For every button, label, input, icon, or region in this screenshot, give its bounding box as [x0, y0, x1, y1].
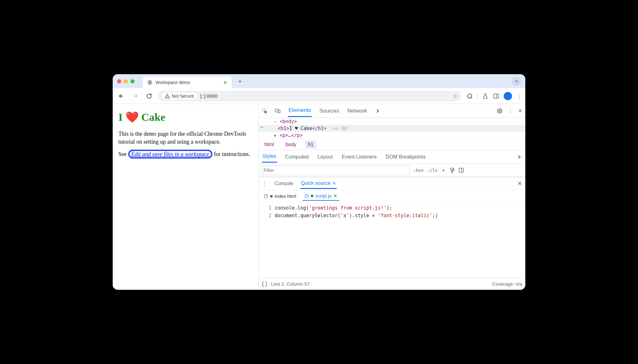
file-modified-dot-icon — [270, 195, 273, 198]
crumb-h1[interactable]: h1 — [305, 140, 316, 149]
new-style-rule-icon[interactable]: ＋ — [441, 166, 446, 174]
close-window-button[interactable] — [117, 79, 121, 83]
file-icon — [304, 193, 309, 198]
devtools-toolbar: Elements Sources Network ⋮ ✕ — [259, 104, 525, 118]
browser-menu-icon[interactable]: ⋮ — [516, 93, 522, 100]
drawer-menu-icon[interactable]: ⋮ — [262, 180, 268, 187]
tab-layout[interactable]: Layout — [317, 152, 333, 162]
dom-overflow-icon[interactable]: ⋯ — [261, 124, 263, 130]
dom-node[interactable]: ▸ <p>…</p> — [259, 132, 525, 139]
profile-avatar[interactable] — [504, 92, 512, 100]
devtools-menu-icon[interactable]: ⋮ — [508, 108, 513, 114]
devtools-close-icon[interactable]: ✕ — [518, 108, 522, 114]
pretty-print-icon[interactable]: { } — [262, 281, 267, 287]
tab-elements[interactable]: Elements — [288, 105, 312, 117]
url-text: [::]:8000 — [200, 93, 217, 99]
labs-icon[interactable] — [482, 93, 488, 99]
page-paragraph-1: This is the demo page for the official C… — [118, 130, 253, 146]
tab-computed[interactable]: Computed — [285, 152, 309, 162]
cursor-position: Line 2, Column 57 — [271, 281, 310, 287]
globe-icon — [147, 80, 152, 85]
warning-icon — [165, 94, 170, 99]
security-label: Not Secure — [172, 94, 194, 99]
drawer-close-icon[interactable]: ✕ — [517, 180, 522, 187]
new-tab-button[interactable]: ＋ — [237, 77, 243, 86]
tab-console[interactable]: Console — [274, 179, 294, 188]
minimize-window-button[interactable] — [124, 79, 128, 83]
close-drawer-tab-icon[interactable]: ✕ — [332, 181, 336, 186]
reload-button[interactable] — [144, 91, 155, 101]
svg-rect-6 — [450, 168, 453, 170]
editor-statusbar: { } Line 2, Column 57 Coverage: n/a — [259, 278, 525, 290]
back-button[interactable] — [116, 91, 127, 101]
security-badge[interactable]: Not Secure — [162, 93, 197, 99]
coverage-status: Coverage: n/a — [492, 281, 522, 287]
svg-rect-4 — [278, 110, 280, 113]
file-modified-dot-icon — [311, 195, 313, 197]
tab-sources[interactable]: Sources — [319, 105, 340, 117]
computed-panel-icon[interactable] — [458, 167, 464, 173]
content-area: I ❤️ Cake This is the demo page for the … — [113, 104, 525, 290]
hov-toggle[interactable]: :hov — [413, 168, 424, 173]
more-styles-tabs-icon[interactable] — [516, 154, 522, 160]
forward-button[interactable] — [130, 91, 141, 101]
toolbar-right: ⋮ — [465, 92, 522, 100]
highlight-ring: Edit and save files in a workspace — [128, 150, 213, 159]
dom-node-selected[interactable]: <h1>I ♥ Cake</h1> == $0 — [259, 125, 525, 132]
tab-quick-source[interactable]: Quick source ✕ — [300, 179, 337, 189]
inspect-element-icon[interactable] — [262, 108, 268, 114]
side-panel-icon[interactable] — [493, 93, 499, 99]
close-file-tab-icon[interactable]: ✕ — [333, 193, 337, 199]
page-heading: I ❤️ Cake — [118, 110, 253, 125]
paint-icon[interactable] — [449, 167, 455, 173]
styles-toolbar: :hov .cls ＋ — [259, 164, 525, 177]
address-bar[interactable]: Not Secure [::]:8000 ☆ — [158, 91, 462, 101]
file-tab-script[interactable]: script.js ✕ — [302, 192, 339, 201]
dom-breadcrumbs: html body h1 — [259, 139, 525, 150]
line-gutter: 12 — [259, 202, 275, 278]
tab-title: Workspace demo — [156, 80, 190, 85]
device-toolbar-icon[interactable] — [275, 108, 281, 114]
tab-event-listeners[interactable]: Event Listeners — [341, 152, 377, 162]
file-tab-index[interactable]: index.html — [262, 192, 298, 200]
tab-network[interactable]: Network — [347, 105, 368, 117]
crumb-html[interactable]: html — [262, 140, 276, 149]
window-titlebar: Workspace demo ✕ ＋ — [113, 74, 525, 88]
cls-toggle[interactable]: .cls — [427, 168, 438, 173]
toolbar: Not Secure [::]:8000 ☆ ⋮ — [113, 88, 525, 104]
zoom-window-button[interactable] — [130, 79, 135, 83]
crumb-body[interactable]: body — [283, 140, 299, 149]
browser-window: Workspace demo ✕ ＋ Not Secure [::]:8000 — [113, 74, 525, 290]
browser-tab[interactable]: Workspace demo ✕ — [143, 77, 232, 88]
tab-dom-breakpoints[interactable]: DOM Breakpoints — [385, 152, 426, 162]
svg-rect-8 — [459, 168, 464, 172]
window-controls — [117, 79, 135, 83]
svg-rect-1 — [494, 94, 499, 98]
code-editor[interactable]: 12 console.log('greetings from script.js… — [259, 202, 525, 278]
svg-rect-7 — [452, 171, 453, 172]
code-content[interactable]: console.log('greetings from script.js!')… — [275, 202, 438, 278]
extensions-icon[interactable] — [467, 93, 473, 99]
dom-node[interactable]: ▸ <body> — [259, 118, 525, 125]
file-icon — [264, 194, 268, 199]
drawer-tabbar: ⋮ Console Quick source ✕ ✕ — [259, 177, 525, 190]
svg-point-5 — [499, 110, 501, 112]
styles-filter-input[interactable] — [261, 166, 410, 175]
settings-gear-icon[interactable] — [496, 108, 503, 114]
workspace-tutorial-link[interactable]: Edit and save files in a workspace — [131, 151, 209, 157]
tab-styles[interactable]: Styles — [262, 151, 277, 163]
page-paragraph-2: See Edit and save files in a workspace f… — [118, 150, 253, 158]
close-tab-button[interactable]: ✕ — [223, 80, 227, 86]
styles-tabbar: Styles Computed Layout Event Listeners D… — [259, 150, 525, 164]
more-tabs-icon[interactable] — [375, 108, 381, 114]
file-tabbar: index.html script.js ✕ — [259, 190, 525, 202]
webpage-viewport: I ❤️ Cake This is the demo page for the … — [113, 104, 259, 290]
tabs-dropdown-button[interactable] — [512, 77, 521, 86]
toolbar-separator — [477, 93, 478, 99]
bookmark-star-icon[interactable]: ☆ — [453, 93, 458, 100]
devtools-panel: Elements Sources Network ⋮ ✕ ⋯ ▸ <body> — [259, 104, 525, 290]
dom-tree[interactable]: ⋯ ▸ <body> <h1>I ♥ Cake</h1> == $0 ▸ <p>… — [259, 118, 525, 139]
